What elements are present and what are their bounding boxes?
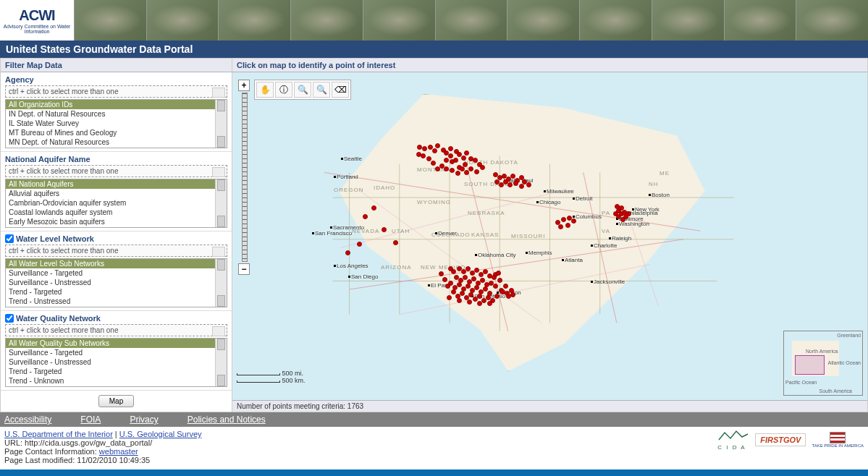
- privacy-link[interactable]: Privacy: [130, 415, 158, 425]
- zoom-slider[interactable]: + −: [238, 80, 251, 275]
- well-point[interactable]: [345, 250, 350, 255]
- well-point[interactable]: [448, 153, 453, 158]
- well-point[interactable]: [503, 179, 508, 184]
- well-point[interactable]: [613, 211, 618, 216]
- well-point[interactable]: [503, 284, 508, 289]
- list-item[interactable]: All Organization IDs: [6, 100, 227, 109]
- zoom-in-button[interactable]: +: [238, 80, 250, 91]
- well-point[interactable]: [561, 217, 566, 222]
- list-item[interactable]: MN Dept. of Natural Resources: [6, 137, 227, 147]
- well-point[interactable]: [451, 269, 456, 274]
- water-level-listbox[interactable]: All Water Level Sub Networks Surveillanc…: [5, 258, 227, 307]
- firstgov-logo[interactable]: FIRSTGOV: [755, 433, 806, 446]
- water-quality-listbox[interactable]: All Water Quality Sub Networks Surveilla…: [5, 338, 227, 387]
- well-point[interactable]: [432, 148, 437, 153]
- well-point[interactable]: [460, 166, 465, 171]
- well-point[interactable]: [510, 292, 515, 297]
- well-point[interactable]: [499, 182, 504, 187]
- well-point[interactable]: [507, 182, 513, 187]
- well-point[interactable]: [496, 271, 501, 276]
- well-point[interactable]: [450, 168, 455, 173]
- list-item[interactable]: All Water Level Sub Networks: [6, 259, 227, 268]
- well-point[interactable]: [513, 181, 518, 186]
- pan-tool[interactable]: ✋: [256, 82, 274, 98]
- well-point[interactable]: [444, 158, 449, 163]
- well-point[interactable]: [565, 223, 570, 228]
- well-point[interactable]: [445, 284, 450, 289]
- well-point[interactable]: [483, 286, 488, 292]
- well-point[interactable]: [421, 153, 426, 158]
- well-point[interactable]: [619, 205, 624, 211]
- well-point[interactable]: [457, 298, 462, 303]
- well-point[interactable]: [474, 268, 479, 273]
- zoom-track[interactable]: [242, 93, 248, 262]
- well-point[interactable]: [480, 278, 485, 283]
- erase-tool[interactable]: ⌫: [332, 82, 349, 98]
- list-item[interactable]: Coastal lowlands aquifer system: [6, 208, 227, 217]
- list-item[interactable]: All National Aquifers: [6, 179, 227, 189]
- well-point[interactable]: [626, 211, 631, 216]
- list-item[interactable]: Trend - Unstressed: [6, 297, 227, 306]
- well-point[interactable]: [448, 146, 453, 151]
- well-point[interactable]: [526, 182, 531, 187]
- well-point[interactable]: [494, 294, 500, 299]
- well-point[interactable]: [371, 205, 376, 211]
- well-point[interactable]: [465, 284, 471, 289]
- accessibility-link[interactable]: Accessibility: [4, 415, 51, 425]
- well-point[interactable]: [416, 152, 421, 157]
- well-point[interactable]: [477, 294, 482, 299]
- list-item[interactable]: Trend - Targeted: [6, 367, 227, 376]
- list-item[interactable]: Cambrian-Ordovician aquifer system: [6, 198, 227, 208]
- well-point[interactable]: [457, 282, 462, 287]
- well-point[interactable]: [447, 295, 452, 300]
- well-point[interactable]: [455, 171, 460, 176]
- well-point[interactable]: [460, 291, 465, 296]
- well-point[interactable]: [417, 145, 422, 150]
- well-point[interactable]: [461, 156, 466, 161]
- webmaster-link[interactable]: webmaster: [99, 447, 138, 456]
- well-point[interactable]: [615, 204, 620, 209]
- dept-interior-link[interactable]: U.S. Department of the Interior: [4, 430, 113, 438]
- well-point[interactable]: [363, 214, 368, 219]
- well-point[interactable]: [474, 169, 479, 174]
- well-point[interactable]: [473, 158, 478, 163]
- identify-tool[interactable]: ⓘ: [275, 82, 292, 98]
- water-level-checkbox[interactable]: [5, 234, 14, 243]
- list-item[interactable]: Trend - Unknown: [6, 376, 227, 386]
- well-point[interactable]: [494, 179, 500, 184]
- well-point[interactable]: [487, 301, 492, 306]
- well-point[interactable]: [463, 275, 468, 280]
- map-button[interactable]: Map: [98, 395, 134, 407]
- well-point[interactable]: [477, 301, 482, 306]
- well-point[interactable]: [480, 165, 485, 170]
- scrollbar[interactable]: [215, 179, 227, 227]
- well-point[interactable]: [558, 224, 563, 229]
- well-point[interactable]: [422, 146, 427, 151]
- agency-listbox[interactable]: All Organization IDs IN Dept. of Natural…: [5, 99, 227, 148]
- well-point[interactable]: [357, 242, 362, 247]
- list-item[interactable]: Surveillance - Unstressed: [6, 357, 227, 367]
- list-item[interactable]: Surveillance - Unstressed: [6, 278, 227, 287]
- well-point[interactable]: [467, 299, 472, 305]
- usgs-link[interactable]: U.S. Geological Survey: [119, 430, 202, 438]
- well-point[interactable]: [471, 276, 476, 281]
- well-point[interactable]: [464, 170, 469, 175]
- well-point[interactable]: [451, 289, 456, 294]
- well-point[interactable]: [465, 266, 471, 271]
- well-point[interactable]: [474, 285, 479, 290]
- well-point[interactable]: [426, 156, 431, 161]
- well-point[interactable]: [510, 174, 515, 179]
- list-item[interactable]: Trend - Targeted: [6, 287, 227, 297]
- well-point[interactable]: [497, 278, 502, 283]
- zoom-in-tool[interactable]: 🔍: [294, 82, 311, 98]
- list-item[interactable]: Early Mesozoic basin aquifers: [6, 217, 227, 226]
- well-point[interactable]: [435, 143, 440, 148]
- list-item[interactable]: MT Bureau of Mines and Geology: [6, 128, 227, 137]
- well-point[interactable]: [620, 217, 625, 222]
- well-point[interactable]: [444, 166, 449, 171]
- well-point[interactable]: [468, 292, 473, 297]
- well-point[interactable]: [393, 240, 398, 245]
- well-point[interactable]: [382, 227, 387, 232]
- well-point[interactable]: [468, 166, 473, 171]
- water-quality-checkbox[interactable]: [5, 314, 14, 323]
